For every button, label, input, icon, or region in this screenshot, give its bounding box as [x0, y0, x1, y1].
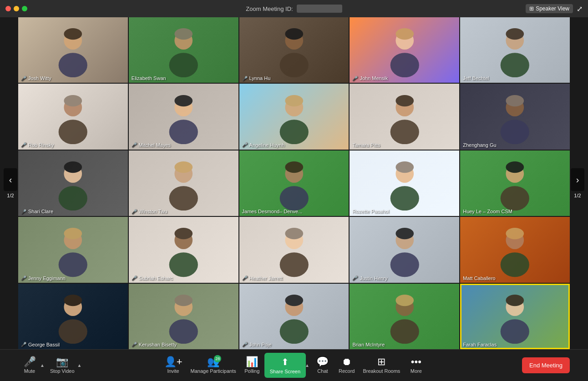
svg-point-68 — [285, 295, 303, 306]
prev-page-button[interactable]: ‹ — [4, 168, 17, 191]
video-cell[interactable]: 🎤Angeline Huynh — [239, 84, 349, 149]
video-cell[interactable]: Matt Caballero — [460, 217, 570, 282]
svg-point-18 — [169, 120, 198, 144]
video-cell[interactable]: Rozette Pasahol — [350, 150, 459, 216]
minimize-button[interactable] — [14, 6, 19, 11]
video-cell[interactable]: 🎤George Bassil — [18, 284, 128, 349]
video-cell[interactable]: 🎤John Poje — [239, 284, 349, 349]
mute-button[interactable]: 🎤 Mute — [18, 355, 41, 376]
video-cell[interactable]: 🎤Justin Henry — [350, 217, 459, 282]
svg-point-33 — [169, 186, 198, 211]
video-cell[interactable]: 🎤Kerushan Bisetty — [129, 284, 238, 349]
nav-right[interactable]: › 1/2 — [571, 168, 584, 198]
video-cell[interactable]: 🎤Subriah Esharc — [129, 217, 238, 282]
video-label: 🎤Lynna Hu — [242, 75, 271, 81]
top-right-controls: ⊞ Speaker View ⤢ — [526, 4, 583, 13]
video-cell[interactable]: Jeff Bechtel — [460, 17, 570, 83]
participant-name: Lynna Hu — [249, 75, 271, 81]
participant-name: Brian McIntyre — [352, 342, 385, 347]
person-silhouette — [35, 228, 112, 277]
svg-point-72 — [501, 319, 529, 344]
video-cell[interactable]: 🎤Mitchel Mayes — [129, 84, 238, 149]
svg-point-57 — [501, 252, 529, 277]
manage-participants-button[interactable]: 👥 28 Manage Participants — [187, 355, 240, 376]
svg-point-54 — [390, 252, 419, 277]
muted-mic-icon: 🎤 — [21, 76, 26, 81]
toolbar-left: 🎤 Mute ▲ 📷 Stop Video ▲ — [18, 355, 82, 376]
maximize-button[interactable] — [22, 6, 27, 11]
mute-label: Mute — [24, 368, 35, 374]
svg-point-8 — [285, 28, 303, 40]
video-cell[interactable]: Brian McIntyre — [350, 284, 459, 349]
video-cell[interactable]: 🎤John Mensik — [350, 17, 459, 83]
svg-point-63 — [169, 319, 198, 344]
video-label: 🎤Jenny Eggimann — [21, 276, 66, 281]
breakout-rooms-button[interactable]: ⊞ Breakout Rooms — [359, 355, 404, 376]
muted-mic-icon: 🎤 — [132, 342, 137, 347]
record-button[interactable]: ⏺ Record — [335, 355, 358, 376]
video-cell[interactable]: 🎤Heather Jarrett — [239, 217, 349, 282]
left-page-label: 1/2 — [7, 193, 14, 198]
polling-button[interactable]: 📊 Polling — [241, 355, 264, 376]
chat-button[interactable]: 💬 Chat — [311, 355, 334, 376]
svg-point-74 — [506, 295, 524, 306]
participant-name: Elizabeth Swan — [132, 75, 166, 81]
person-silhouette — [35, 28, 112, 77]
video-label: 🎤Subriah Esharc — [132, 276, 173, 281]
svg-point-71 — [395, 295, 414, 306]
next-page-button[interactable]: › — [571, 168, 584, 191]
video-cell[interactable]: 🎤Shari Clare — [18, 150, 128, 216]
share-caret[interactable]: ▲ — [304, 362, 310, 369]
traffic-lights — [5, 6, 27, 11]
person-silhouette — [145, 228, 222, 277]
person-silhouette — [476, 295, 553, 344]
participant-name: Tamara Pitts — [352, 142, 380, 148]
person-silhouette — [366, 228, 443, 277]
muted-mic-icon: 🎤 — [242, 342, 248, 347]
mute-caret[interactable]: ▲ — [39, 362, 46, 369]
video-cell[interactable]: 🎤Lynna Hu — [239, 17, 349, 83]
video-caret[interactable]: ▲ — [76, 362, 83, 369]
video-cell[interactable]: Farah Faraclas — [460, 284, 570, 349]
speaker-view-button[interactable]: ⊞ Speaker View — [526, 4, 573, 13]
video-cell[interactable]: James Desmond– Denve... — [239, 150, 349, 216]
participant-name: Jeff Bechtel — [463, 75, 489, 81]
meeting-id-label: Zoom Meeting ID: — [246, 5, 293, 12]
video-cell[interactable]: Zhenghang Gu — [460, 84, 570, 149]
video-cell[interactable]: Elizabeth Swan — [129, 17, 238, 83]
svg-point-51 — [279, 252, 308, 277]
more-button[interactable]: ••• More — [405, 355, 427, 376]
participant-name: Farah Faraclas — [463, 342, 497, 347]
video-cell[interactable]: Tamara Pitts — [350, 84, 459, 149]
close-button[interactable] — [5, 6, 11, 11]
end-meeting-button[interactable]: End Meeting — [522, 357, 570, 373]
video-cell[interactable]: 🎤Josh Witty — [18, 17, 128, 83]
video-cell[interactable]: 🎤Jenny Eggimann — [18, 217, 128, 282]
participant-count-badge: 28 — [214, 355, 221, 362]
chat-label: Chat — [317, 368, 328, 374]
video-label: Zhenghang Gu — [463, 142, 496, 148]
participant-name: Subriah Esharc — [139, 276, 173, 281]
more-icon: ••• — [411, 357, 421, 367]
muted-mic-icon: 🎤 — [132, 142, 137, 147]
video-cell[interactable]: Huey Le – Zoom CSM — [460, 150, 570, 216]
polling-icon: 📊 — [246, 357, 258, 367]
svg-point-59 — [506, 228, 524, 239]
muted-mic-icon: 🎤 — [242, 142, 248, 147]
svg-point-17 — [64, 95, 82, 106]
share-screen-button[interactable]: ⬆ Share Screen — [264, 353, 306, 378]
video-cell[interactable]: 🎤Winston Twu — [129, 150, 238, 216]
video-label: 🎤Rob Rinsky — [21, 142, 54, 148]
right-page-label: 1/2 — [574, 193, 581, 198]
invite-button[interactable]: 👤+ Invite — [161, 355, 186, 376]
svg-point-44 — [506, 161, 524, 173]
video-cell[interactable]: 🎤Rob Rinsky — [18, 84, 128, 149]
video-label: Tamara Pitts — [352, 142, 380, 148]
fullscreen-button[interactable]: ⤢ — [577, 5, 583, 13]
meeting-id-input — [297, 5, 342, 13]
stop-video-button[interactable]: 📷 Stop Video — [46, 355, 78, 376]
video-label: 🎤Josh Witty — [21, 75, 51, 81]
participant-name: Rob Rinsky — [28, 142, 54, 148]
nav-left[interactable]: ‹ 1/2 — [4, 168, 17, 198]
person-silhouette — [145, 161, 222, 211]
